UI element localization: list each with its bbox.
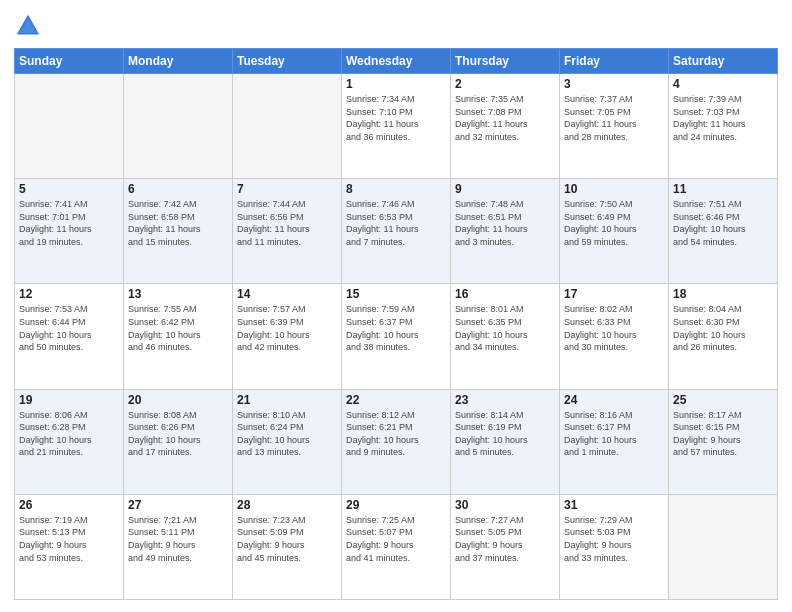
- calendar-cell: 4Sunrise: 7:39 AM Sunset: 7:03 PM Daylig…: [669, 74, 778, 179]
- day-number: 22: [346, 393, 446, 407]
- day-number: 7: [237, 182, 337, 196]
- calendar-cell: 26Sunrise: 7:19 AM Sunset: 5:13 PM Dayli…: [15, 494, 124, 599]
- day-number: 27: [128, 498, 228, 512]
- calendar-cell: 13Sunrise: 7:55 AM Sunset: 6:42 PM Dayli…: [124, 284, 233, 389]
- calendar-cell: 11Sunrise: 7:51 AM Sunset: 6:46 PM Dayli…: [669, 179, 778, 284]
- day-info: Sunrise: 8:16 AM Sunset: 6:17 PM Dayligh…: [564, 409, 664, 459]
- calendar-cell: 14Sunrise: 7:57 AM Sunset: 6:39 PM Dayli…: [233, 284, 342, 389]
- day-info: Sunrise: 8:06 AM Sunset: 6:28 PM Dayligh…: [19, 409, 119, 459]
- calendar-cell: 19Sunrise: 8:06 AM Sunset: 6:28 PM Dayli…: [15, 389, 124, 494]
- calendar-cell: 28Sunrise: 7:23 AM Sunset: 5:09 PM Dayli…: [233, 494, 342, 599]
- day-number: 31: [564, 498, 664, 512]
- day-number: 29: [346, 498, 446, 512]
- day-info: Sunrise: 8:02 AM Sunset: 6:33 PM Dayligh…: [564, 303, 664, 353]
- weekday-header-tuesday: Tuesday: [233, 49, 342, 74]
- day-number: 8: [346, 182, 446, 196]
- week-row-1: 1Sunrise: 7:34 AM Sunset: 7:10 PM Daylig…: [15, 74, 778, 179]
- calendar-cell: [233, 74, 342, 179]
- day-info: Sunrise: 8:04 AM Sunset: 6:30 PM Dayligh…: [673, 303, 773, 353]
- day-info: Sunrise: 8:08 AM Sunset: 6:26 PM Dayligh…: [128, 409, 228, 459]
- calendar-cell: 9Sunrise: 7:48 AM Sunset: 6:51 PM Daylig…: [451, 179, 560, 284]
- calendar-cell: 30Sunrise: 7:27 AM Sunset: 5:05 PM Dayli…: [451, 494, 560, 599]
- calendar-cell: 20Sunrise: 8:08 AM Sunset: 6:26 PM Dayli…: [124, 389, 233, 494]
- page: SundayMondayTuesdayWednesdayThursdayFrid…: [0, 0, 792, 612]
- day-info: Sunrise: 7:23 AM Sunset: 5:09 PM Dayligh…: [237, 514, 337, 564]
- day-info: Sunrise: 7:59 AM Sunset: 6:37 PM Dayligh…: [346, 303, 446, 353]
- day-info: Sunrise: 7:29 AM Sunset: 5:03 PM Dayligh…: [564, 514, 664, 564]
- day-number: 21: [237, 393, 337, 407]
- calendar-cell: [15, 74, 124, 179]
- day-info: Sunrise: 7:21 AM Sunset: 5:11 PM Dayligh…: [128, 514, 228, 564]
- day-info: Sunrise: 8:14 AM Sunset: 6:19 PM Dayligh…: [455, 409, 555, 459]
- day-number: 5: [19, 182, 119, 196]
- day-number: 28: [237, 498, 337, 512]
- day-info: Sunrise: 7:41 AM Sunset: 7:01 PM Dayligh…: [19, 198, 119, 248]
- day-info: Sunrise: 8:10 AM Sunset: 6:24 PM Dayligh…: [237, 409, 337, 459]
- day-info: Sunrise: 7:39 AM Sunset: 7:03 PM Dayligh…: [673, 93, 773, 143]
- calendar-cell: 12Sunrise: 7:53 AM Sunset: 6:44 PM Dayli…: [15, 284, 124, 389]
- calendar-cell: 7Sunrise: 7:44 AM Sunset: 6:56 PM Daylig…: [233, 179, 342, 284]
- day-number: 1: [346, 77, 446, 91]
- day-number: 9: [455, 182, 555, 196]
- calendar-cell: 24Sunrise: 8:16 AM Sunset: 6:17 PM Dayli…: [560, 389, 669, 494]
- day-number: 20: [128, 393, 228, 407]
- day-number: 3: [564, 77, 664, 91]
- day-number: 15: [346, 287, 446, 301]
- calendar-cell: 1Sunrise: 7:34 AM Sunset: 7:10 PM Daylig…: [342, 74, 451, 179]
- day-info: Sunrise: 7:44 AM Sunset: 6:56 PM Dayligh…: [237, 198, 337, 248]
- logo: [14, 12, 46, 40]
- day-number: 19: [19, 393, 119, 407]
- calendar-cell: 3Sunrise: 7:37 AM Sunset: 7:05 PM Daylig…: [560, 74, 669, 179]
- day-info: Sunrise: 7:19 AM Sunset: 5:13 PM Dayligh…: [19, 514, 119, 564]
- calendar-cell: 2Sunrise: 7:35 AM Sunset: 7:08 PM Daylig…: [451, 74, 560, 179]
- header: [14, 12, 778, 40]
- calendar-cell: 8Sunrise: 7:46 AM Sunset: 6:53 PM Daylig…: [342, 179, 451, 284]
- weekday-header-monday: Monday: [124, 49, 233, 74]
- day-number: 13: [128, 287, 228, 301]
- day-number: 25: [673, 393, 773, 407]
- week-row-4: 19Sunrise: 8:06 AM Sunset: 6:28 PM Dayli…: [15, 389, 778, 494]
- calendar-cell: 15Sunrise: 7:59 AM Sunset: 6:37 PM Dayli…: [342, 284, 451, 389]
- weekday-header-friday: Friday: [560, 49, 669, 74]
- day-info: Sunrise: 7:50 AM Sunset: 6:49 PM Dayligh…: [564, 198, 664, 248]
- day-info: Sunrise: 7:51 AM Sunset: 6:46 PM Dayligh…: [673, 198, 773, 248]
- calendar-cell: 10Sunrise: 7:50 AM Sunset: 6:49 PM Dayli…: [560, 179, 669, 284]
- day-number: 4: [673, 77, 773, 91]
- day-number: 14: [237, 287, 337, 301]
- day-number: 30: [455, 498, 555, 512]
- day-info: Sunrise: 7:27 AM Sunset: 5:05 PM Dayligh…: [455, 514, 555, 564]
- day-info: Sunrise: 7:25 AM Sunset: 5:07 PM Dayligh…: [346, 514, 446, 564]
- day-number: 26: [19, 498, 119, 512]
- weekday-header-wednesday: Wednesday: [342, 49, 451, 74]
- day-info: Sunrise: 7:34 AM Sunset: 7:10 PM Dayligh…: [346, 93, 446, 143]
- calendar-cell: 18Sunrise: 8:04 AM Sunset: 6:30 PM Dayli…: [669, 284, 778, 389]
- day-number: 10: [564, 182, 664, 196]
- day-number: 23: [455, 393, 555, 407]
- day-info: Sunrise: 7:48 AM Sunset: 6:51 PM Dayligh…: [455, 198, 555, 248]
- week-row-5: 26Sunrise: 7:19 AM Sunset: 5:13 PM Dayli…: [15, 494, 778, 599]
- weekday-header-thursday: Thursday: [451, 49, 560, 74]
- weekday-header-row: SundayMondayTuesdayWednesdayThursdayFrid…: [15, 49, 778, 74]
- calendar-cell: 6Sunrise: 7:42 AM Sunset: 6:58 PM Daylig…: [124, 179, 233, 284]
- calendar-cell: 29Sunrise: 7:25 AM Sunset: 5:07 PM Dayli…: [342, 494, 451, 599]
- weekday-header-sunday: Sunday: [15, 49, 124, 74]
- calendar-cell: [669, 494, 778, 599]
- day-number: 11: [673, 182, 773, 196]
- day-info: Sunrise: 7:37 AM Sunset: 7:05 PM Dayligh…: [564, 93, 664, 143]
- day-number: 24: [564, 393, 664, 407]
- calendar-cell: 22Sunrise: 8:12 AM Sunset: 6:21 PM Dayli…: [342, 389, 451, 494]
- day-info: Sunrise: 7:57 AM Sunset: 6:39 PM Dayligh…: [237, 303, 337, 353]
- day-info: Sunrise: 7:35 AM Sunset: 7:08 PM Dayligh…: [455, 93, 555, 143]
- week-row-3: 12Sunrise: 7:53 AM Sunset: 6:44 PM Dayli…: [15, 284, 778, 389]
- calendar-cell: 23Sunrise: 8:14 AM Sunset: 6:19 PM Dayli…: [451, 389, 560, 494]
- day-info: Sunrise: 8:12 AM Sunset: 6:21 PM Dayligh…: [346, 409, 446, 459]
- calendar-cell: [124, 74, 233, 179]
- day-number: 16: [455, 287, 555, 301]
- calendar-cell: 27Sunrise: 7:21 AM Sunset: 5:11 PM Dayli…: [124, 494, 233, 599]
- day-info: Sunrise: 7:42 AM Sunset: 6:58 PM Dayligh…: [128, 198, 228, 248]
- calendar-cell: 5Sunrise: 7:41 AM Sunset: 7:01 PM Daylig…: [15, 179, 124, 284]
- weekday-header-saturday: Saturday: [669, 49, 778, 74]
- calendar: SundayMondayTuesdayWednesdayThursdayFrid…: [14, 48, 778, 600]
- day-info: Sunrise: 8:01 AM Sunset: 6:35 PM Dayligh…: [455, 303, 555, 353]
- day-number: 12: [19, 287, 119, 301]
